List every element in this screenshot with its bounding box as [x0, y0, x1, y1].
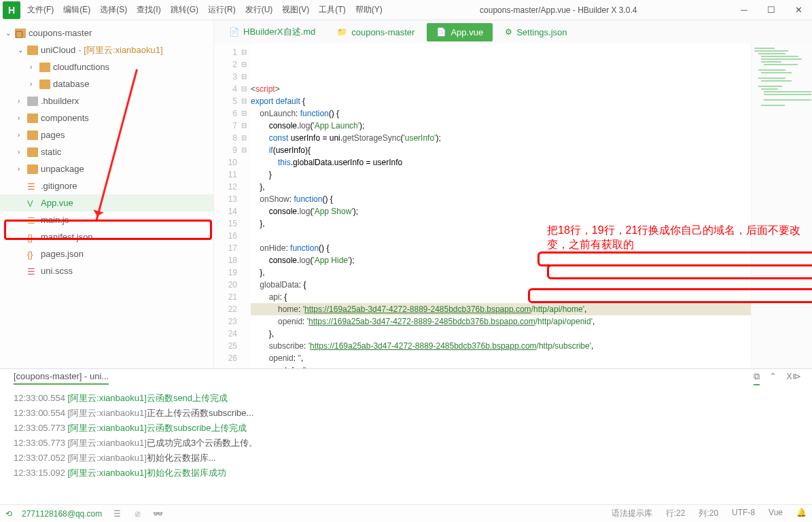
tab-label: HBuilderX自述.md: [243, 26, 315, 38]
menu-查找(I)[interactable]: 查找(I): [133, 1, 164, 18]
folder-icon: [27, 130, 38, 140]
code-editor[interactable]: 1234567891011121314151617181920212223242…: [214, 44, 812, 368]
-icon: {}: [27, 249, 38, 259]
close-button[interactable]: ✕: [785, 0, 812, 20]
folder-icon: ▢: [15, 29, 26, 38]
status-icon-1[interactable]: ☰: [111, 509, 122, 519]
console-collapse-icon[interactable]: ⌃: [769, 371, 777, 385]
language-mode[interactable]: Vue: [769, 508, 783, 519]
maximize-button[interactable]: ☐: [758, 0, 785, 20]
tree-static[interactable]: ›static: [0, 143, 213, 160]
log-line: 12:33:00.554 [阿里云:xianbaoku1]正在上传云函数subs…: [14, 406, 798, 421]
tree-main.js[interactable]: ☰main.js: [0, 211, 213, 228]
folder-icon: [39, 63, 50, 72]
tree-components[interactable]: ›components: [0, 109, 213, 126]
project-explorer[interactable]: ⌄▢ coupons-master⌄uniCloud - [阿里云:xianba…: [0, 20, 214, 368]
menu-工具(T)[interactable]: 工具(T): [315, 1, 349, 18]
folder-icon: [27, 114, 38, 123]
tree-database[interactable]: ›database: [0, 75, 213, 92]
minimap[interactable]: [751, 44, 812, 368]
annotation-text: 把18行，19行，21行换成你自己的域名，后面不要改变，之前有获取的: [547, 224, 812, 252]
chevron-icon: ›: [30, 80, 37, 88]
console-tab-active[interactable]: [coupons-master] - uni...: [14, 371, 109, 385]
tab-label: coupons-master: [351, 27, 414, 37]
chevron-icon: ›: [18, 148, 24, 156]
tree-cloudfunctions[interactable]: ›cloudfunctions: [0, 58, 213, 75]
folder-grey-icon: [27, 97, 38, 106]
window-title: coupons-master/App.vue - HBuilder X 3.0.…: [387, 5, 730, 15]
menu-跳转(G)[interactable]: 跳转(G): [166, 1, 202, 18]
menu-发行(U)[interactable]: 发行(U): [241, 1, 277, 18]
tree-label: uni.scss: [41, 266, 73, 276]
-icon: ☰: [27, 181, 38, 191]
tree-label: components: [41, 113, 89, 123]
tree-label: .hbuilderx: [41, 96, 79, 106]
tree-label: coupons-master: [29, 28, 92, 38]
tree-label: manifest.json: [41, 232, 93, 242]
tree-.gitignore[interactable]: ☰.gitignore: [0, 177, 213, 194]
tree-unpackage[interactable]: ›unpackage: [0, 160, 213, 177]
tab-label: Settings.json: [516, 27, 567, 37]
tree-App.vue[interactable]: VApp.vue: [0, 194, 213, 211]
chevron-icon: ⌄: [18, 46, 24, 54]
tree-label: unpackage: [41, 164, 84, 174]
tab-icon: ⚙: [505, 27, 512, 37]
tab-icon: 📄: [229, 27, 239, 37]
menu-文件(F)[interactable]: 文件(F): [23, 1, 58, 18]
chevron-icon: ›: [18, 165, 24, 173]
tree-label: cloudfunctions: [53, 62, 109, 72]
menu-运行(R)[interactable]: 运行(R): [204, 1, 240, 18]
chevron-icon: ›: [30, 63, 37, 71]
tree-label: App.vue: [41, 198, 73, 208]
log-line: 12:33:00.554 [阿里云:xianbaoku1]云函数send上传完成: [14, 391, 798, 406]
tab-App.vue[interactable]: 📄App.vue: [427, 23, 493, 41]
status-icon-3[interactable]: 👓: [152, 509, 163, 519]
tree-label: .gitignore: [41, 181, 77, 191]
menu-帮助(Y)[interactable]: 帮助(Y): [351, 1, 387, 18]
menu-选择(S)[interactable]: 选择(S): [96, 1, 131, 18]
-icon: ☰: [27, 215, 38, 225]
folder-icon: [27, 147, 38, 157]
encoding[interactable]: UTF-8: [732, 508, 755, 519]
tree-label: static: [41, 147, 61, 157]
app-logo: H: [3, 1, 20, 19]
console-close-icon[interactable]: X⧐: [786, 371, 801, 385]
user-email[interactable]: 2771128168@qq.com: [22, 509, 102, 519]
tab-label: App.vue: [451, 27, 483, 37]
status-icon-2[interactable]: ⎚: [132, 509, 143, 519]
-icon: ☰: [27, 266, 38, 276]
tab-coupons-master[interactable]: 📁coupons-master: [328, 23, 424, 41]
tree-pages.json[interactable]: {}pages.json: [0, 245, 213, 262]
folder-icon: [27, 164, 38, 174]
folder-icon: [39, 80, 50, 89]
tree-manifest.json[interactable]: {}manifest.json: [0, 228, 213, 245]
syntax-hint[interactable]: 语法提示库: [612, 508, 652, 519]
menu-编辑(E)[interactable]: 编辑(E): [59, 1, 94, 18]
-icon: {}: [27, 232, 38, 242]
minimize-button[interactable]: ─: [730, 0, 758, 20]
console-tabs[interactable]: [coupons-master] - uni... ⧉ ⌃ X⧐: [0, 369, 812, 387]
tree-label: uniCloud: [41, 45, 75, 55]
sync-icon[interactable]: ⟲: [5, 509, 12, 519]
log-line: 12:33:05.773 [阿里云:xianbaoku1]云函数subscrib…: [14, 421, 798, 436]
console-external-icon[interactable]: ⧉: [754, 371, 760, 385]
tab-icon: 📁: [337, 27, 347, 37]
log-line: 12:33:15.092 [阿里云:xianbaoku1]初始化云数据库成功: [14, 466, 798, 481]
tree-coupons-master[interactable]: ⌄▢ coupons-master: [0, 24, 213, 41]
chevron-icon: ›: [18, 114, 24, 122]
bell-icon[interactable]: 🔔: [796, 508, 807, 519]
tab-Settings.json[interactable]: ⚙Settings.json: [495, 23, 576, 41]
chevron-icon: ⌄: [5, 29, 12, 37]
tab-HBuilderX自述.md[interactable]: 📄HBuilderX自述.md: [219, 22, 325, 42]
status-bar: ⟲ 2771128168@qq.com ☰ ⎚ 👓 语法提示库 行:22 列:2…: [0, 504, 812, 522]
tree-.hbuilderx[interactable]: ›.hbuilderx: [0, 92, 213, 109]
tree-uni.scss[interactable]: ☰uni.scss: [0, 262, 213, 279]
tree-pages[interactable]: ›pages: [0, 126, 213, 143]
tree-uniCloud[interactable]: ⌄uniCloud - [阿里云:xianbaoku1]: [0, 41, 213, 58]
log-line: 12:33:07.052 [阿里云:xianbaoku1]初始化云数据库...: [14, 451, 798, 466]
tab-icon: 📄: [436, 27, 446, 37]
cursor-col: 列:20: [699, 508, 718, 519]
tree-label: pages.json: [41, 249, 84, 259]
folder-uni-icon: [27, 46, 38, 55]
menu-视图(V)[interactable]: 视图(V): [278, 1, 313, 18]
